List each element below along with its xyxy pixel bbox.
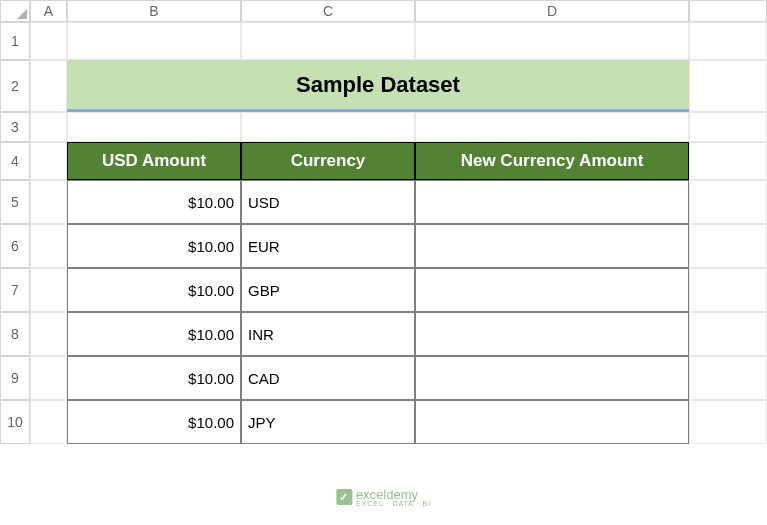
row-header-6[interactable]: 6 bbox=[0, 224, 30, 268]
row-header-10[interactable]: 10 bbox=[0, 400, 30, 444]
col-header-a[interactable]: A bbox=[30, 0, 67, 22]
row-header-3[interactable]: 3 bbox=[0, 112, 30, 142]
cell-d10[interactable] bbox=[415, 400, 689, 444]
cell-a4[interactable] bbox=[30, 142, 67, 180]
cell-d5[interactable] bbox=[415, 180, 689, 224]
row-header-7[interactable]: 7 bbox=[0, 268, 30, 312]
title-cell[interactable]: Sample Dataset bbox=[67, 60, 689, 112]
cell-c5[interactable]: USD bbox=[241, 180, 415, 224]
cell-b10[interactable]: $10.00 bbox=[67, 400, 241, 444]
cell-a1[interactable] bbox=[30, 22, 67, 60]
cell-e7[interactable] bbox=[689, 268, 767, 312]
header-currency[interactable]: Currency bbox=[241, 142, 415, 180]
cell-d1[interactable] bbox=[415, 22, 689, 60]
cell-e4[interactable] bbox=[689, 142, 767, 180]
cell-e6[interactable] bbox=[689, 224, 767, 268]
cell-d7[interactable] bbox=[415, 268, 689, 312]
row-header-1[interactable]: 1 bbox=[0, 22, 30, 60]
cell-c10[interactable]: JPY bbox=[241, 400, 415, 444]
cell-b7[interactable]: $10.00 bbox=[67, 268, 241, 312]
header-usd-amount[interactable]: USD Amount bbox=[67, 142, 241, 180]
cell-d8[interactable] bbox=[415, 312, 689, 356]
cell-e9[interactable] bbox=[689, 356, 767, 400]
watermark-sub: EXCEL · DATA · BI bbox=[356, 500, 431, 507]
cell-a9[interactable] bbox=[30, 356, 67, 400]
header-new-currency[interactable]: New Currency Amount bbox=[415, 142, 689, 180]
cell-b8[interactable]: $10.00 bbox=[67, 312, 241, 356]
cell-c7[interactable]: GBP bbox=[241, 268, 415, 312]
cell-c8[interactable]: INR bbox=[241, 312, 415, 356]
cell-e8[interactable] bbox=[689, 312, 767, 356]
cell-e3[interactable] bbox=[689, 112, 767, 142]
cell-c1[interactable] bbox=[241, 22, 415, 60]
col-header-e[interactable] bbox=[689, 0, 767, 22]
cell-e10[interactable] bbox=[689, 400, 767, 444]
col-header-c[interactable]: C bbox=[241, 0, 415, 22]
cell-a8[interactable] bbox=[30, 312, 67, 356]
cell-a10[interactable] bbox=[30, 400, 67, 444]
cell-b6[interactable]: $10.00 bbox=[67, 224, 241, 268]
cell-a3[interactable] bbox=[30, 112, 67, 142]
select-all-corner[interactable] bbox=[0, 0, 30, 22]
watermark: ✓ exceldemy EXCEL · DATA · BI bbox=[336, 487, 431, 507]
col-header-d[interactable]: D bbox=[415, 0, 689, 22]
cell-d3[interactable] bbox=[415, 112, 689, 142]
row-header-8[interactable]: 8 bbox=[0, 312, 30, 356]
row-header-5[interactable]: 5 bbox=[0, 180, 30, 224]
col-header-b[interactable]: B bbox=[67, 0, 241, 22]
cell-b3[interactable] bbox=[67, 112, 241, 142]
cell-d6[interactable] bbox=[415, 224, 689, 268]
cell-a2[interactable] bbox=[30, 60, 67, 112]
row-header-2[interactable]: 2 bbox=[0, 60, 30, 112]
cell-b9[interactable]: $10.00 bbox=[67, 356, 241, 400]
cell-e1[interactable] bbox=[689, 22, 767, 60]
cell-e2[interactable] bbox=[689, 60, 767, 112]
cell-b1[interactable] bbox=[67, 22, 241, 60]
cell-a5[interactable] bbox=[30, 180, 67, 224]
cell-d9[interactable] bbox=[415, 356, 689, 400]
cell-b5[interactable]: $10.00 bbox=[67, 180, 241, 224]
cell-c9[interactable]: CAD bbox=[241, 356, 415, 400]
spreadsheet-grid: A B C D 1 2 3 4 5 6 7 8 9 10 Sample Data… bbox=[0, 0, 767, 444]
watermark-text: exceldemy EXCEL · DATA · BI bbox=[356, 487, 431, 507]
cell-a7[interactable] bbox=[30, 268, 67, 312]
cell-e5[interactable] bbox=[689, 180, 767, 224]
row-header-4[interactable]: 4 bbox=[0, 142, 30, 180]
cell-c6[interactable]: EUR bbox=[241, 224, 415, 268]
row-header-9[interactable]: 9 bbox=[0, 356, 30, 400]
cell-c3[interactable] bbox=[241, 112, 415, 142]
cell-a6[interactable] bbox=[30, 224, 67, 268]
watermark-icon: ✓ bbox=[336, 489, 352, 505]
